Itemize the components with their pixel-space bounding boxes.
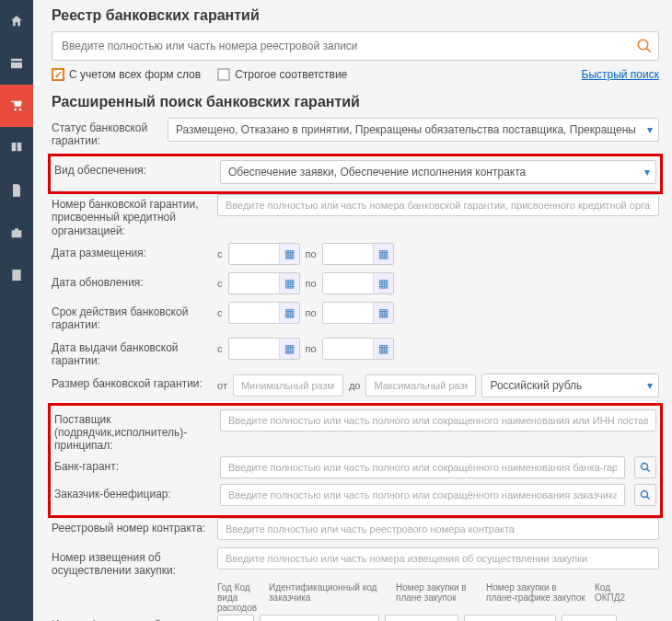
row-date-updated: Дата обновления: с ▦ по ▦ (52, 272, 659, 296)
page-title: Реестр банковских гарантий (52, 7, 659, 24)
row-date-valid: Срок действия банковской гарантии: с ▦ п… (52, 302, 659, 332)
row-date-issued: Дата выдачи банковской гарантии: с ▦ по … (52, 338, 659, 368)
contract-input[interactable] (217, 518, 659, 540)
row-status: Статус банковской гарантии: Размещено, О… (52, 118, 659, 148)
ikz-plan-num[interactable] (385, 615, 458, 621)
nav-doc[interactable] (0, 169, 33, 212)
svg-point-4 (642, 490, 648, 497)
calendar-icon: ▦ (279, 273, 299, 293)
date-placed-from[interactable]: ▦ (228, 243, 300, 265)
date-updated-to[interactable]: ▦ (322, 272, 394, 294)
calendar-icon: ▦ (373, 244, 393, 264)
nav-home[interactable] (0, 0, 33, 42)
svg-line-3 (647, 468, 650, 471)
main-search-input[interactable] (52, 31, 659, 61)
chevron-down-icon: ▾ (647, 379, 653, 392)
date-placed-to[interactable]: ▦ (322, 243, 394, 265)
customer-input[interactable] (220, 484, 625, 506)
svg-line-5 (647, 496, 650, 499)
row-supplier: Поставщик (подрядчик,исполнитель)-принци… (54, 409, 656, 453)
main-search (52, 31, 659, 61)
checkbox-icon (52, 68, 64, 81)
bank-input[interactable] (220, 456, 625, 478)
ikz-headers: Год Код вида расходов Идентификационный … (217, 582, 659, 613)
calendar-icon: ▦ (373, 273, 393, 293)
ikz-year[interactable] (217, 615, 254, 621)
calendar-icon: ▦ (279, 303, 299, 323)
calendar-icon: ▦ (373, 303, 393, 323)
nav-notes[interactable] (0, 254, 33, 296)
row-type: Вид обеспечения: Обеспечение заявки, Обе… (54, 160, 656, 184)
main-content: Реестр банковских гарантий С учетом всех… (33, 0, 672, 621)
row-contract: Реестровый номер контракта: (52, 518, 659, 542)
ikz-okpd[interactable] (562, 615, 617, 621)
row-ikz: Идентификационный код закупки (ИКЗ):i (52, 615, 659, 621)
bank-search-button[interactable] (634, 456, 656, 478)
extended-title: Расширенный поиск банковских гарантий (52, 94, 659, 110)
svg-line-1 (646, 48, 651, 52)
row-date-placed: Дата размещения: с ▦ по ▦ (52, 243, 659, 267)
row-size: Размер банковской гарантии: от до Россий… (52, 374, 659, 397)
calendar-icon: ▦ (279, 339, 299, 359)
supplier-input[interactable] (220, 409, 656, 431)
date-valid-from[interactable]: ▦ (228, 302, 300, 324)
highlight-parties: Поставщик (подрядчик,исполнитель)-принци… (48, 403, 663, 518)
ikz-schedule-num[interactable] (464, 615, 556, 621)
date-updated-from[interactable]: ▦ (228, 272, 300, 294)
calendar-icon: ▦ (279, 244, 299, 264)
nav-calendar[interactable] (0, 42, 33, 85)
svg-point-0 (638, 40, 648, 50)
nav-cart[interactable] (0, 85, 33, 127)
customer-search-button[interactable] (634, 484, 656, 506)
chk-strict[interactable]: Строгое соответствие (217, 68, 347, 81)
quick-search-link[interactable]: Быстрый поиск (582, 68, 659, 81)
row-bank: Банк-гарант: (54, 456, 656, 480)
chk-all-forms[interactable]: С учетом всех форм слов (52, 68, 201, 81)
date-issued-to[interactable]: ▦ (322, 338, 394, 360)
search-options: С учетом всех форм слов Строгое соответс… (52, 68, 659, 81)
svg-point-2 (642, 463, 648, 469)
row-notice: Номер извещения об осуществлении закупки… (52, 547, 659, 578)
size-max[interactable] (365, 374, 476, 397)
number-input[interactable] (217, 194, 659, 216)
ikz-customer-code[interactable] (260, 615, 379, 621)
calendar-icon: ▦ (373, 339, 393, 359)
checkbox-icon (217, 68, 230, 81)
currency-select[interactable]: Российский рубль ▾ (481, 374, 659, 397)
type-select[interactable]: Обеспечение заявки, Обеспечение исполнен… (220, 160, 656, 184)
status-select[interactable]: Размещено, Отказано в принятии, Прекраще… (168, 118, 659, 142)
nav-briefcase[interactable] (0, 212, 33, 254)
nav-book[interactable] (0, 127, 33, 169)
chevron-down-icon: ▾ (647, 123, 653, 136)
main-search-button[interactable] (631, 33, 657, 59)
row-customer: Заказчик-бенефициар: (54, 484, 656, 508)
notice-input[interactable] (217, 547, 659, 569)
sidebar (0, 0, 33, 621)
date-issued-from[interactable]: ▦ (228, 338, 300, 360)
date-valid-to[interactable]: ▦ (322, 302, 394, 324)
chevron-down-icon: ▾ (644, 166, 650, 178)
size-min[interactable] (233, 374, 343, 397)
highlight-type: Вид обеспечения: Обеспечение заявки, Обе… (48, 154, 663, 194)
row-number: Номер банковской гарантии, присвоенный к… (52, 194, 659, 237)
